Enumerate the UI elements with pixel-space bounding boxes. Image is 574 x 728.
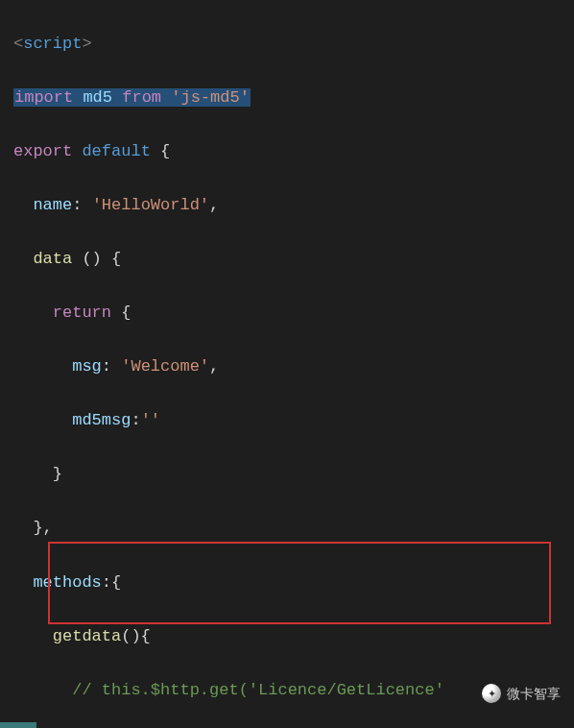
watermark: ✦ 微卡智享: [482, 683, 561, 705]
code-editor[interactable]: <script> import md5 from 'js-md5' export…: [0, 0, 574, 728]
status-bar-fragment: [0, 722, 36, 728]
code-line: return {: [13, 300, 561, 327]
watermark-text: 微卡智享: [507, 683, 561, 705]
code-line: msg: 'Welcome',: [13, 353, 561, 380]
code-line: <script>: [13, 31, 561, 58]
code-line: getdata(){: [13, 623, 561, 650]
code-line: data () {: [13, 246, 561, 273]
wechat-icon: ✦: [482, 684, 501, 703]
code-line: }: [13, 461, 561, 488]
code-line: md5msg:'': [13, 407, 561, 434]
code-line: export default {: [13, 138, 561, 165]
code-line: // this.$http.get('Licence/GetLicence': [13, 677, 561, 704]
code-line: name: 'HelloWorld',: [13, 192, 561, 219]
code-line: },: [13, 515, 561, 542]
code-line: import md5 from 'js-md5': [13, 85, 561, 111]
code-line: methods:{: [13, 570, 561, 596]
